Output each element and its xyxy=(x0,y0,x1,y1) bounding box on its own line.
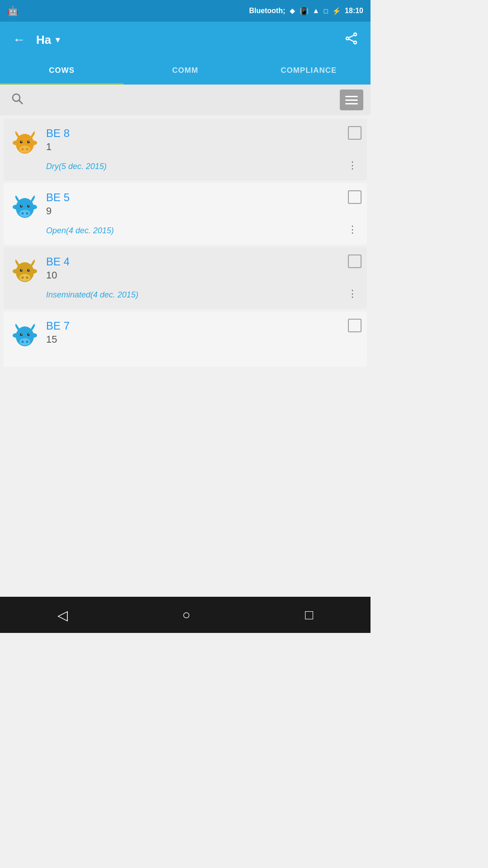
share-icon xyxy=(345,32,358,45)
cow-id: BE 8 xyxy=(46,126,338,140)
select-checkbox[interactable] xyxy=(348,255,361,268)
svg-point-28 xyxy=(13,269,19,274)
android-icon: 🤖 xyxy=(7,5,19,16)
svg-point-42 xyxy=(26,340,28,343)
cow-card-actions: ⋮ xyxy=(344,126,361,173)
app-bar-left: ← Ha ▾ xyxy=(9,29,60,51)
svg-point-19 xyxy=(31,205,37,209)
svg-point-8 xyxy=(13,141,19,145)
cow-icon xyxy=(9,128,41,160)
wifi-icon: ▲ xyxy=(312,7,319,15)
back-button[interactable]: ← xyxy=(9,29,29,51)
svg-point-29 xyxy=(31,269,37,274)
svg-point-46 xyxy=(28,334,29,335)
app-title: Ha ▾ xyxy=(36,33,60,47)
cow-number: 10 xyxy=(46,269,338,281)
bottom-nav: ◁ ○ □ xyxy=(0,597,371,633)
status-bar-left: 🤖 xyxy=(7,5,19,16)
cow-icon xyxy=(9,321,41,352)
svg-point-24 xyxy=(27,205,30,208)
filter-icon xyxy=(345,99,358,101)
svg-point-22 xyxy=(26,212,28,214)
sim-icon: ◻ xyxy=(323,7,328,14)
battery-icon: ⚡ xyxy=(332,7,341,15)
svg-point-33 xyxy=(20,269,23,272)
svg-point-26 xyxy=(28,205,29,206)
list-item: BE 7 15 xyxy=(4,311,367,367)
search-bar xyxy=(0,85,371,115)
svg-line-4 xyxy=(349,39,354,42)
svg-point-20 xyxy=(19,210,30,217)
svg-point-21 xyxy=(21,212,23,214)
vibrate-icon: 📳 xyxy=(300,7,309,15)
svg-point-30 xyxy=(19,274,30,281)
cow-status: Dry(5 dec. 2015) xyxy=(46,162,338,171)
svg-point-18 xyxy=(13,205,19,209)
select-checkbox[interactable] xyxy=(348,319,361,332)
select-checkbox[interactable] xyxy=(348,126,361,140)
svg-point-10 xyxy=(19,146,30,153)
select-checkbox[interactable] xyxy=(348,190,361,204)
cow-number: 9 xyxy=(46,205,338,217)
cow-status: Inseminated(4 dec. 2015) xyxy=(46,290,338,300)
svg-point-0 xyxy=(354,33,357,36)
svg-point-31 xyxy=(21,276,23,278)
svg-line-3 xyxy=(349,35,354,38)
home-nav-button[interactable]: ○ xyxy=(171,602,201,628)
svg-point-41 xyxy=(21,340,23,343)
tab-comm[interactable]: COMM xyxy=(123,58,247,85)
recent-nav-button[interactable]: □ xyxy=(294,602,324,628)
status-bar: 🤖 Bluetooth; 📳 ▲ ◻ ⚡ 18:10 xyxy=(0,0,371,22)
list-item: BE 4 10 Inseminated(4 dec. 2015) ⋮ xyxy=(4,247,367,309)
more-options-button[interactable]: ⋮ xyxy=(344,222,361,237)
cow-avatar-orange xyxy=(10,129,40,159)
status-bar-right: Bluetooth; 📳 ▲ ◻ ⚡ 18:10 xyxy=(249,6,363,15)
cow-avatar-yellow xyxy=(10,258,40,287)
search-button[interactable] xyxy=(7,89,27,111)
filter-icon xyxy=(345,103,358,104)
cow-icon xyxy=(9,192,41,224)
title-text: Ha xyxy=(36,33,51,47)
svg-point-40 xyxy=(19,338,30,345)
cow-icon xyxy=(9,256,41,288)
cow-card-actions xyxy=(348,319,361,359)
tab-compliance[interactable]: COMPLIANCE xyxy=(247,58,371,85)
svg-point-15 xyxy=(21,141,22,142)
cow-id: BE 5 xyxy=(46,190,338,204)
search-icon xyxy=(11,92,23,105)
list-item: BE 8 1 Dry(5 dec. 2015) ⋮ xyxy=(4,119,367,180)
cow-info: BE 4 10 Inseminated(4 dec. 2015) xyxy=(46,255,338,300)
svg-point-38 xyxy=(13,333,19,338)
svg-point-11 xyxy=(21,148,23,150)
svg-point-12 xyxy=(26,148,28,150)
bluetooth-icon xyxy=(289,6,296,15)
svg-point-5 xyxy=(13,94,20,101)
cow-id: BE 4 xyxy=(46,255,338,269)
cow-avatar-blue2 xyxy=(10,322,40,351)
back-nav-button[interactable]: ◁ xyxy=(47,602,79,628)
clock: 18:10 xyxy=(345,7,363,15)
cow-avatar-blue xyxy=(10,193,40,223)
filter-button[interactable] xyxy=(340,90,363,110)
cow-number: 1 xyxy=(46,141,338,153)
svg-point-25 xyxy=(21,205,22,206)
svg-point-13 xyxy=(20,141,23,143)
cow-status: Open(4 dec. 2015) xyxy=(46,226,338,236)
cow-id: BE 7 xyxy=(46,319,343,333)
cow-info: BE 7 15 xyxy=(46,319,343,345)
svg-point-36 xyxy=(28,269,29,270)
svg-point-16 xyxy=(28,141,29,142)
svg-point-32 xyxy=(26,276,28,278)
svg-point-39 xyxy=(31,333,37,338)
list-item: BE 5 9 Open(4 dec. 2015) ⋮ xyxy=(4,183,367,245)
tab-cows[interactable]: COWS xyxy=(0,58,123,85)
share-button[interactable] xyxy=(342,28,361,52)
cow-card-actions: ⋮ xyxy=(344,190,361,237)
more-options-button[interactable]: ⋮ xyxy=(344,286,361,302)
svg-point-34 xyxy=(27,269,30,272)
dropdown-arrow-icon[interactable]: ▾ xyxy=(56,35,60,45)
svg-point-2 xyxy=(346,37,349,40)
cow-number: 15 xyxy=(46,334,343,345)
more-options-button[interactable]: ⋮ xyxy=(344,158,361,173)
svg-point-9 xyxy=(31,141,37,145)
